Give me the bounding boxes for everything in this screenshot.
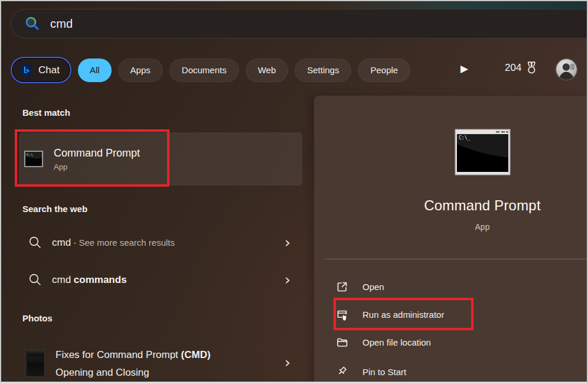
tab-apps[interactable]: Apps: [118, 58, 163, 82]
medal-icon: [525, 61, 538, 75]
search-bar[interactable]: cmd: [11, 9, 587, 38]
tab-all[interactable]: All: [78, 58, 112, 82]
preview-subtitle: App: [375, 222, 588, 232]
svg-text:C:\: C:\: [27, 152, 33, 157]
rewards-badge[interactable]: 204: [505, 61, 538, 75]
tab-documents[interactable]: Documents: [169, 58, 239, 82]
photo-result-row[interactable]: Fixes for Command Prompt (CMD) Opening a…: [22, 346, 290, 382]
chevron-right-icon[interactable]: ›: [285, 357, 290, 382]
run-as-admin-icon: [335, 308, 348, 321]
windows-search-flyout: cmd Chat All Apps Documents Web Setti: [0, 0, 588, 384]
search-filter-tabs: Chat All Apps Documents Web Settings Peo…: [11, 57, 410, 83]
search-suggestion-icon: [28, 273, 42, 287]
web-suggestion-row[interactable]: cmd commands ›: [22, 273, 290, 287]
preview-panel: C:\_ Command Prompt App Open: [314, 96, 588, 384]
search-suggestion-icon: [28, 236, 42, 249]
best-match-subtitle: App: [54, 162, 140, 171]
tab-people[interactable]: People: [358, 58, 410, 82]
tab-web[interactable]: Web: [246, 58, 289, 82]
section-header-web: Search the web: [22, 204, 87, 214]
tab-chat-label: Chat: [38, 64, 60, 76]
best-match-title: Command Prompt: [54, 147, 140, 160]
web-suggestion-row[interactable]: cmd - See more search results ›: [22, 236, 290, 249]
more-filters-icon[interactable]: ▶: [460, 63, 472, 76]
divider: [325, 259, 588, 259]
folder-icon: [335, 336, 348, 349]
action-pin-to-start[interactable]: Pin to Start: [335, 362, 583, 381]
search-input[interactable]: cmd: [50, 17, 73, 31]
rewards-points: 204: [505, 62, 521, 74]
web-suggestion-text: cmd commands: [52, 274, 285, 286]
best-match-result[interactable]: C:\ Command Prompt App: [19, 132, 302, 186]
action-open[interactable]: Open: [335, 277, 583, 296]
chevron-right-icon[interactable]: ›: [285, 237, 290, 249]
action-open-file-location[interactable]: Open file location: [335, 333, 583, 352]
photo-result-text: Fixes for Command Prompt (CMD) Opening a…: [55, 346, 285, 382]
cmd-app-icon-large: C:\_: [455, 129, 511, 175]
open-icon: [335, 281, 348, 293]
bing-chat-icon: [18, 63, 34, 78]
desktop-wallpaper-edge: [1, 1, 587, 9]
action-label: Open file location: [362, 337, 431, 347]
action-label: Run as administrator: [362, 310, 444, 320]
search-icon: [24, 15, 41, 32]
section-header-best-match: Best match: [22, 108, 70, 118]
action-label: Open: [362, 282, 384, 292]
tab-chat[interactable]: Chat: [11, 57, 71, 83]
svg-text:C:\_: C:\_: [459, 135, 470, 141]
photo-thumbnail: [25, 350, 45, 377]
cmd-app-icon: C:\: [24, 150, 44, 168]
section-header-photos: Photos: [22, 313, 53, 323]
user-avatar[interactable]: [556, 59, 577, 80]
chevron-right-icon[interactable]: ›: [285, 274, 290, 286]
preview-title: Command Prompt: [375, 197, 588, 214]
action-label: Pin to Start: [362, 367, 406, 377]
tab-settings[interactable]: Settings: [295, 58, 351, 82]
web-suggestion-text: cmd - See more search results: [52, 237, 285, 249]
action-run-as-administrator[interactable]: Run as administrator: [335, 305, 583, 324]
pin-icon: [335, 366, 348, 378]
